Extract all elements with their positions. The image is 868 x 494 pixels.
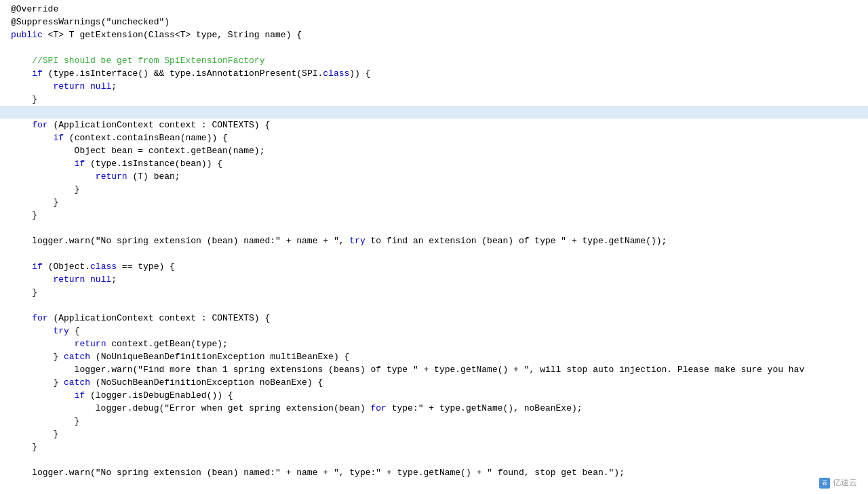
code-line: if (type.isInterface() && type.isAnnotat… <box>0 67 868 80</box>
code-line <box>0 106 868 119</box>
code-line: } <box>0 209 868 222</box>
code-line: } <box>0 286 868 299</box>
code-line: logger.warn("Find more than 1 spring ext… <box>0 363 868 376</box>
watermark: 云 亿速云 <box>819 477 857 489</box>
code-line: return context.getBean(type); <box>0 337 868 350</box>
code-line <box>0 453 868 466</box>
code-line: } <box>0 196 868 209</box>
code-line: } catch (NoUniqueBeanDefinitionException… <box>0 350 868 363</box>
code-line: if (type.isInstance(bean)) { <box>0 157 868 170</box>
code-line: } <box>0 428 868 440</box>
code-line: } <box>0 440 868 453</box>
code-line: @SuppressWarnings("unchecked") <box>0 16 868 28</box>
code-line: logger.debug("Error when get spring exte… <box>0 402 868 415</box>
code-line <box>0 222 868 234</box>
code-line <box>0 41 868 54</box>
code-line: if (Object.class == type) { <box>0 260 868 273</box>
code-line: public <T> T getExtension(Class<T> type,… <box>0 28 868 41</box>
code-line: logger.warn("No spring extension (bean) … <box>0 234 868 247</box>
code-line: if (context.containsBean(name)) { <box>0 131 868 144</box>
code-line: for (ApplicationContext context : CONTEX… <box>0 312 868 325</box>
code-line: } <box>0 93 868 106</box>
code-content: @Override@SuppressWarnings("unchecked")p… <box>0 0 868 494</box>
code-line: } catch (NoSuchBeanDefinitionException n… <box>0 376 868 389</box>
code-line: if (logger.isDebugEnabled()) { <box>0 389 868 402</box>
code-line: return null; <box>0 273 868 286</box>
watermark-text: 亿速云 <box>833 477 857 489</box>
code-line: } <box>0 183 868 196</box>
code-line: Object bean = context.getBean(name); <box>0 144 868 157</box>
watermark-icon: 云 <box>819 478 830 489</box>
code-line: try { <box>0 325 868 337</box>
code-line: for (ApplicationContext context : CONTEX… <box>0 119 868 131</box>
code-line: return (T) bean; <box>0 170 868 183</box>
code-line: } <box>0 415 868 428</box>
code-container: @Override@SuppressWarnings("unchecked")p… <box>0 0 868 494</box>
code-line <box>0 479 868 492</box>
code-line: //SPI should be get from SpiExtensionFac… <box>0 54 868 67</box>
code-line: return null; <box>0 80 868 93</box>
code-line: @Override <box>0 3 868 16</box>
code-line <box>0 247 868 260</box>
code-line: logger.warn("No spring extension (bean) … <box>0 466 868 479</box>
code-line <box>0 299 868 312</box>
